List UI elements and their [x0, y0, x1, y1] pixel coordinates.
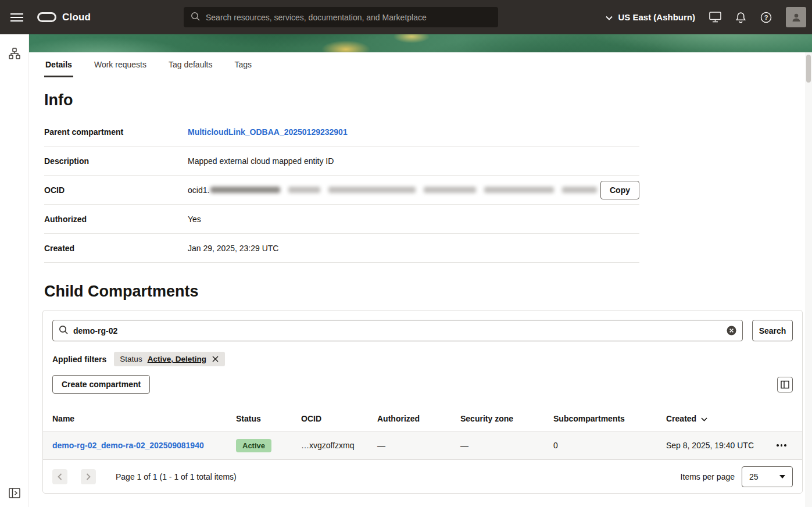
redacted-ocid [210, 187, 600, 193]
info-heading: Info [44, 91, 803, 109]
column-header-security-zone[interactable]: Security zone [460, 414, 553, 423]
description-value: Mapped external cloud mapped entity ID [188, 156, 639, 166]
info-row-parent-compartment: Parent compartment MulticloudLink_ODBAA_… [44, 117, 639, 147]
row-actions-menu-icon[interactable] [774, 441, 789, 450]
filter-chip-prefix: Status [120, 355, 142, 363]
row-subcompartments: 0 [553, 441, 666, 450]
copy-ocid-button[interactable]: Copy [600, 181, 639, 199]
region-label: US East (Ashburn) [618, 12, 695, 22]
row-ocid: …xvgzoffzxmq [301, 441, 377, 450]
top-bar: Cloud US East (Ashburn) ? [0, 0, 812, 34]
compartments-icon[interactable] [8, 47, 21, 62]
info-row-description: Description Mapped external cloud mapped… [44, 147, 639, 176]
tab-tags[interactable]: Tags [233, 60, 253, 77]
global-search-input[interactable] [206, 13, 491, 22]
region-selector[interactable]: US East (Ashburn) [606, 12, 695, 22]
column-settings-icon[interactable] [777, 377, 793, 392]
search-button[interactable]: Search [752, 320, 793, 341]
info-row-created: Created Jan 29, 2025, 23:29 UTC [44, 234, 639, 263]
top-bar-actions: US East (Ashburn) ? [606, 0, 806, 34]
table-row[interactable]: demo-rg-02_demo-ra-02_202509081940 Activ… [43, 431, 802, 460]
status-badge: Active [236, 439, 271, 452]
panel-toggle-icon[interactable] [9, 488, 20, 500]
table-actions-row: Create compartment [43, 366, 802, 402]
tab-work-requests[interactable]: Work requests [93, 60, 148, 77]
items-per-page-label: Items per page [681, 472, 735, 481]
search-icon [191, 12, 200, 23]
oracle-logo-icon [37, 12, 56, 22]
notifications-bell-icon[interactable] [735, 12, 746, 23]
sort-chevron-down-icon[interactable] [701, 414, 707, 423]
pagination-bar: Page 1 of 1 (1 - 1 of 1 total items) Ite… [43, 460, 802, 493]
chevron-down-icon [606, 12, 613, 22]
user-avatar[interactable] [786, 7, 806, 27]
column-header-subcompartments[interactable]: Subcompartments [553, 414, 666, 423]
items-per-page-value: 25 [749, 472, 759, 481]
info-label: Description [44, 156, 188, 166]
detail-tabs: Details Work requests Tag defaults Tags [29, 52, 812, 77]
info-label: Authorized [44, 215, 188, 224]
pagination-text: Page 1 of 1 (1 - 1 of 1 total items) [116, 472, 237, 481]
info-row-ocid: OCID ocid1. Copy [44, 176, 639, 205]
parent-compartment-link[interactable]: MulticloudLink_ODBAA_20250129232901 [188, 127, 348, 137]
row-authorized: — [377, 441, 460, 450]
scrollbar[interactable] [805, 52, 812, 507]
ocid-value-prefix: ocid1. [188, 185, 209, 195]
filter-chip-value[interactable]: Active, Deleting [148, 355, 206, 363]
decorative-banner [29, 34, 812, 52]
main-content: Details Work requests Tag defaults Tags … [29, 34, 812, 507]
create-compartment-button[interactable]: Create compartment [52, 375, 150, 394]
row-security-zone: — [460, 441, 553, 450]
compartment-name-link[interactable]: demo-rg-02_demo-ra-02_202509081940 [52, 441, 204, 450]
caret-down-icon [779, 475, 785, 479]
created-value: Jan 29, 2025, 23:29 UTC [188, 244, 639, 253]
column-header-status[interactable]: Status [236, 414, 301, 423]
info-label: Created [44, 244, 188, 253]
clear-search-icon[interactable] [727, 326, 736, 335]
info-key-value-list: Parent compartment MulticloudLink_ODBAA_… [44, 117, 639, 263]
table-header: Name Status OCID Authorized Security zon… [43, 406, 802, 431]
help-icon[interactable]: ? [760, 12, 772, 23]
cloud-shell-icon[interactable] [709, 12, 721, 23]
tab-tag-defaults[interactable]: Tag defaults [167, 60, 214, 77]
tab-details[interactable]: Details [44, 60, 73, 77]
hamburger-menu-icon[interactable] [10, 12, 26, 23]
svg-text:?: ? [764, 14, 768, 21]
brand-logo[interactable]: Cloud [37, 12, 91, 23]
previous-page-button[interactable] [52, 469, 67, 484]
next-page-button[interactable] [81, 469, 96, 484]
compartment-search-box[interactable] [52, 320, 743, 341]
info-label: Parent compartment [44, 127, 188, 137]
info-label: OCID [44, 185, 188, 195]
status-filter-chip[interactable]: Status Active, Deleting [114, 352, 225, 366]
authorized-value: Yes [188, 215, 639, 224]
remove-filter-icon[interactable] [212, 355, 219, 363]
global-search-bar[interactable] [184, 7, 498, 27]
column-header-name[interactable]: Name [43, 414, 236, 423]
column-header-authorized[interactable]: Authorized [377, 414, 460, 423]
compartment-search-input[interactable] [73, 326, 721, 335]
left-icon-sidebar [0, 34, 29, 507]
child-compartments-heading: Child Compartments [44, 283, 803, 301]
search-icon [59, 325, 68, 336]
brand-name: Cloud [62, 12, 91, 23]
items-per-page-select[interactable]: 25 [742, 466, 793, 487]
applied-filters-label: Applied filters [52, 355, 106, 364]
row-created: Sep 8, 2025, 19:40 UTC [666, 441, 774, 450]
child-compartments-card: Search Applied filters Status Active, De… [42, 310, 803, 494]
info-row-authorized: Authorized Yes [44, 205, 639, 234]
scrollbar-thumb[interactable] [806, 55, 811, 83]
column-header-created[interactable]: Created [666, 414, 774, 423]
column-header-ocid[interactable]: OCID [301, 414, 377, 423]
applied-filters-row: Applied filters Status Active, Deleting [43, 351, 802, 366]
